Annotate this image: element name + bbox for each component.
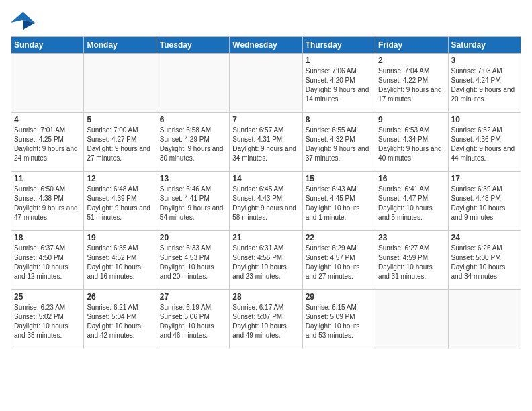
day-info: Sunrise: 6:29 AMSunset: 4:57 PMDaylight:…: [306, 244, 372, 281]
calendar-cell: 19Sunrise: 6:35 AMSunset: 4:52 PMDayligh…: [84, 231, 157, 290]
calendar-cell: 27Sunrise: 6:19 AMSunset: 5:06 PMDayligh…: [157, 290, 229, 349]
calendar-cell: 23Sunrise: 6:27 AMSunset: 4:59 PMDayligh…: [375, 231, 448, 290]
day-info: Sunrise: 6:21 AMSunset: 5:04 PMDaylight:…: [87, 303, 153, 340]
day-number: 14: [232, 174, 299, 183]
calendar-cell: 9Sunrise: 6:53 AMSunset: 4:34 PMDaylight…: [375, 113, 448, 172]
calendar-cell: [84, 54, 157, 113]
calendar-cell: [448, 290, 521, 349]
calendar-cell: 3Sunrise: 7:03 AMSunset: 4:24 PMDaylight…: [448, 54, 521, 113]
day-number: 3: [451, 56, 518, 65]
calendar-cell: 4Sunrise: 7:01 AMSunset: 4:25 PMDaylight…: [11, 113, 84, 172]
day-number: 6: [160, 115, 226, 124]
calendar-cell: [230, 54, 302, 113]
calendar-week-5: 25Sunrise: 6:23 AMSunset: 5:02 PMDayligh…: [11, 290, 521, 349]
day-number: 1: [306, 56, 372, 65]
day-info: Sunrise: 6:17 AMSunset: 5:07 PMDaylight:…: [232, 303, 299, 340]
weekday-header-row: SundayMondayTuesdayWednesdayThursdayFrid…: [11, 37, 521, 54]
day-info: Sunrise: 6:55 AMSunset: 4:32 PMDaylight:…: [306, 126, 372, 163]
day-number: 25: [14, 292, 81, 302]
day-info: Sunrise: 6:52 AMSunset: 4:36 PMDaylight:…: [451, 126, 518, 163]
calendar-cell: 25Sunrise: 6:23 AMSunset: 5:02 PMDayligh…: [11, 290, 84, 349]
calendar-cell: 2Sunrise: 7:04 AMSunset: 4:22 PMDaylight…: [375, 54, 448, 113]
calendar-cell: 16Sunrise: 6:41 AMSunset: 4:47 PMDayligh…: [375, 172, 448, 231]
day-number: 23: [378, 233, 445, 242]
weekday-tuesday: Tuesday: [157, 37, 229, 54]
weekday-friday: Friday: [375, 37, 448, 54]
weekday-wednesday: Wednesday: [230, 37, 302, 54]
day-number: 5: [87, 115, 153, 124]
calendar-body: 1Sunrise: 7:06 AMSunset: 4:20 PMDaylight…: [11, 54, 521, 349]
day-info: Sunrise: 6:27 AMSunset: 4:59 PMDaylight:…: [378, 244, 445, 281]
calendar-cell: 20Sunrise: 6:33 AMSunset: 4:53 PMDayligh…: [157, 231, 229, 290]
day-number: 8: [306, 115, 372, 124]
day-info: Sunrise: 7:03 AMSunset: 4:24 PMDaylight:…: [451, 66, 518, 104]
day-info: Sunrise: 7:06 AMSunset: 4:20 PMDaylight:…: [306, 66, 372, 104]
day-number: 4: [14, 115, 81, 124]
calendar-cell: 28Sunrise: 6:17 AMSunset: 5:07 PMDayligh…: [230, 290, 302, 349]
day-info: Sunrise: 7:04 AMSunset: 4:22 PMDaylight:…: [378, 66, 445, 104]
day-info: Sunrise: 6:31 AMSunset: 4:55 PMDaylight:…: [232, 244, 299, 281]
calendar-week-4: 18Sunrise: 6:37 AMSunset: 4:50 PMDayligh…: [11, 231, 521, 290]
calendar-cell: 8Sunrise: 6:55 AMSunset: 4:32 PMDaylight…: [302, 113, 375, 172]
weekday-monday: Monday: [84, 37, 157, 54]
page-header: [11, 11, 521, 31]
day-number: 12: [87, 174, 153, 183]
day-number: 27: [160, 292, 226, 302]
calendar-cell: 17Sunrise: 6:39 AMSunset: 4:48 PMDayligh…: [448, 172, 521, 231]
day-info: Sunrise: 6:33 AMSunset: 4:53 PMDaylight:…: [160, 244, 226, 281]
day-info: Sunrise: 6:19 AMSunset: 5:06 PMDaylight:…: [160, 303, 226, 340]
day-info: Sunrise: 6:26 AMSunset: 5:00 PMDaylight:…: [451, 244, 518, 281]
logo: [11, 11, 38, 31]
day-number: 22: [306, 233, 372, 242]
calendar-cell: 1Sunrise: 7:06 AMSunset: 4:20 PMDaylight…: [302, 54, 375, 113]
day-number: 16: [378, 174, 445, 183]
logo-bird-icon: [11, 11, 35, 31]
calendar-cell: 13Sunrise: 6:46 AMSunset: 4:41 PMDayligh…: [157, 172, 229, 231]
day-info: Sunrise: 6:39 AMSunset: 4:48 PMDaylight:…: [451, 185, 518, 222]
day-info: Sunrise: 7:01 AMSunset: 4:25 PMDaylight:…: [14, 126, 81, 163]
day-info: Sunrise: 7:00 AMSunset: 4:27 PMDaylight:…: [87, 126, 153, 163]
calendar-cell: 29Sunrise: 6:15 AMSunset: 5:09 PMDayligh…: [302, 290, 375, 349]
calendar-cell: 7Sunrise: 6:57 AMSunset: 4:31 PMDaylight…: [230, 113, 302, 172]
calendar-cell: 26Sunrise: 6:21 AMSunset: 5:04 PMDayligh…: [84, 290, 157, 349]
day-number: 7: [232, 115, 299, 124]
day-number: 10: [451, 115, 518, 124]
calendar-cell: [157, 54, 229, 113]
calendar-cell: 22Sunrise: 6:29 AMSunset: 4:57 PMDayligh…: [302, 231, 375, 290]
calendar-cell: 5Sunrise: 7:00 AMSunset: 4:27 PMDaylight…: [84, 113, 157, 172]
day-number: 19: [87, 233, 153, 242]
day-info: Sunrise: 6:46 AMSunset: 4:41 PMDaylight:…: [160, 185, 226, 222]
weekday-saturday: Saturday: [448, 37, 521, 54]
calendar-table: SundayMondayTuesdayWednesdayThursdayFrid…: [11, 36, 521, 349]
weekday-thursday: Thursday: [302, 37, 375, 54]
day-info: Sunrise: 6:48 AMSunset: 4:39 PMDaylight:…: [87, 185, 153, 222]
day-number: 26: [87, 292, 153, 302]
calendar-week-1: 1Sunrise: 7:06 AMSunset: 4:20 PMDaylight…: [11, 54, 521, 113]
day-info: Sunrise: 6:45 AMSunset: 4:43 PMDaylight:…: [232, 185, 299, 222]
day-info: Sunrise: 6:58 AMSunset: 4:29 PMDaylight:…: [160, 126, 226, 163]
day-info: Sunrise: 6:23 AMSunset: 5:02 PMDaylight:…: [14, 303, 81, 340]
calendar-cell: 15Sunrise: 6:43 AMSunset: 4:45 PMDayligh…: [302, 172, 375, 231]
calendar-cell: [375, 290, 448, 349]
day-number: 15: [306, 174, 372, 183]
day-info: Sunrise: 6:35 AMSunset: 4:52 PMDaylight:…: [87, 244, 153, 281]
day-number: 24: [451, 233, 518, 242]
day-number: 11: [14, 174, 81, 183]
day-info: Sunrise: 6:57 AMSunset: 4:31 PMDaylight:…: [232, 126, 299, 163]
calendar-cell: 12Sunrise: 6:48 AMSunset: 4:39 PMDayligh…: [84, 172, 157, 231]
day-number: 20: [160, 233, 226, 242]
calendar-week-2: 4Sunrise: 7:01 AMSunset: 4:25 PMDaylight…: [11, 113, 521, 172]
day-info: Sunrise: 6:43 AMSunset: 4:45 PMDaylight:…: [306, 185, 372, 222]
day-number: 29: [306, 292, 372, 302]
calendar-cell: 10Sunrise: 6:52 AMSunset: 4:36 PMDayligh…: [448, 113, 521, 172]
day-number: 2: [378, 56, 445, 65]
calendar-cell: [11, 54, 84, 113]
day-number: 9: [378, 115, 445, 124]
day-info: Sunrise: 6:37 AMSunset: 4:50 PMDaylight:…: [14, 244, 81, 281]
calendar-cell: 18Sunrise: 6:37 AMSunset: 4:50 PMDayligh…: [11, 231, 84, 290]
day-number: 28: [232, 292, 299, 302]
day-number: 13: [160, 174, 226, 183]
calendar-cell: 14Sunrise: 6:45 AMSunset: 4:43 PMDayligh…: [230, 172, 302, 231]
day-info: Sunrise: 6:50 AMSunset: 4:38 PMDaylight:…: [14, 185, 81, 222]
calendar-cell: 21Sunrise: 6:31 AMSunset: 4:55 PMDayligh…: [230, 231, 302, 290]
